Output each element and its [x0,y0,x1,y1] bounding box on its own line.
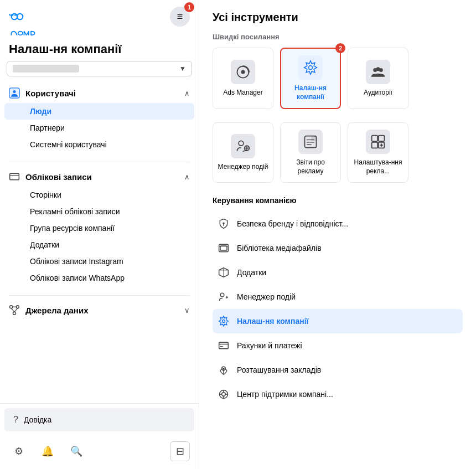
svg-point-19 [376,67,380,71]
svg-rect-46 [219,343,229,349]
ads-manager-label: Ads Manager [223,89,262,97]
billing-label: Рахунки й платежі [237,341,302,350]
nav-section-accounts: Облікові записи ∧ Сторінки Рекламні облі… [0,167,199,291]
svg-line-13 [14,308,18,312]
accounts-section-header[interactable]: Облікові записи ∧ [0,167,199,187]
cube-icon [217,266,230,279]
gear-blue-icon [217,315,230,328]
data-sources-title-wrap: Джерела даних [9,305,89,316]
step2-badge: 2 [335,43,345,53]
settings-button[interactable]: ⚙ [9,441,29,461]
quick-link-audiences[interactable]: Аудиторії [348,48,408,109]
mgmt-item-support[interactable]: Центр підтримки компані... [213,382,463,406]
svg-text:Meta: Meta [9,13,17,17]
mgmt-item-billing[interactable]: Рахунки й платежі [213,333,463,358]
help-label: Довідка [24,415,51,424]
meta-logo-svg: Meta [9,11,31,22]
svg-rect-31 [372,142,378,148]
accounts-section-title: Облікові записи [25,172,92,182]
svg-point-15 [241,70,245,74]
users-section-header[interactable]: Користувачі ∧ [0,83,199,103]
brand-safety-label: Безпека бренду і відповідніст... [237,219,348,228]
sidebar-item-resource-group[interactable]: Група ресурсів компанії [4,220,194,236]
ad-reports-label: Звіти про рекламу [285,158,336,176]
page-title: Усі інструменти [213,11,463,24]
svg-point-16 [309,66,313,70]
accounts-section-icon [9,171,20,182]
quick-link-ads-manager[interactable]: Ads Manager [213,48,273,109]
sidebar-item-addons[interactable]: Додатки [4,236,194,253]
hamburger-icon: ≡ [177,11,183,23]
events-manager-icon [231,134,255,158]
bottom-icons-left: ⚙ 🔔 🔍 [9,441,86,461]
media-library-icon [217,241,230,255]
sidebar-item-pages[interactable]: Сторінки [4,187,194,203]
sidebar-item-system-users[interactable]: Системні користувачі [4,136,194,153]
svg-point-5 [13,90,16,93]
events-icon [217,290,230,303]
accounts-icon [9,171,20,182]
sidebar-header: Meta ≡ 1 [0,0,199,27]
ads-manager-icon [231,60,255,84]
search-button[interactable]: 🔍 [66,441,86,461]
quick-links-grid-row2: Менеджер подій Звіти про рекламу [213,122,463,183]
sidebar: Meta ≡ 1 Налаш-ня компанії ▼ [0,0,199,469]
divider-1 [9,162,190,162]
data-sources-svg [9,305,20,316]
svg-point-8 [10,306,13,308]
svg-rect-29 [372,136,378,142]
sidebar-item-whatsapp[interactable]: Облікові записи WhatsApp [4,270,194,286]
management-section-label: Керування компанією [213,196,463,205]
mgmt-item-events-manager[interactable]: Менеджер подій [213,285,463,309]
svg-point-3 [18,32,23,35]
data-sources-section-header[interactable]: Джерела даних ∨ [0,300,199,320]
bell-icon: 🔔 [42,445,54,457]
mgmt-item-media-library[interactable]: Бібліотека медіафайлів [213,236,463,260]
svg-point-10 [13,312,16,315]
help-item[interactable]: ? Довідка [4,408,194,431]
nav-section-users: Користувачі ∧ Люди Партнери Системні кор… [0,83,199,157]
ad-reports-icon [298,130,323,154]
quick-link-company-settings[interactable]: Налаш-ня компанії [280,48,341,109]
quick-link-ad-settings[interactable]: Налаштува-ння рекла... [348,122,408,183]
company-settings-label: Налаш-ня компанії [286,84,335,101]
sidebar-item-partners[interactable]: Партнери [4,120,194,136]
data-sources-icon [9,305,20,316]
accounts-title-wrap: Облікові записи [9,171,92,182]
data-sources-section-title: Джерела даних [25,306,89,315]
main-content: Усі інструменти Швидкі посилання Ads Man… [199,0,476,469]
bottom-icons: ⚙ 🔔 🔍 ⊟ [0,436,199,469]
mgmt-item-addons[interactable]: Додатки [213,260,463,285]
mgmt-item-company-settings[interactable]: Налаш-ня компанії [213,309,463,333]
quick-link-ad-reports[interactable]: Звіти про рекламу [280,122,341,183]
svg-point-51 [222,393,226,396]
sidebar-item-ad-accounts[interactable]: Рекламні облікові записи [4,203,194,220]
mgmt-item-brand-safety[interactable]: Безпека бренду і відповідніст... [213,212,463,236]
meta-logo: Meta [9,11,31,22]
nav-section-data-sources: Джерела даних ∨ [0,300,199,324]
svg-rect-30 [379,136,385,142]
ad-settings-label: Налаштува-ння рекла... [353,158,403,176]
svg-point-45 [223,320,225,323]
company-title: Налаш-ня компанії [0,39,199,61]
company-selector-name [13,65,79,73]
mgmt-item-locations[interactable]: Розташування закладів [213,358,463,382]
company-selector[interactable]: ▼ [7,61,192,76]
hamburger-button[interactable]: ≡ 1 [170,7,190,27]
sidebar-item-instagram[interactable]: Облікові записи Instagram [4,253,194,270]
quick-link-events-manager[interactable]: Менеджер подій [213,122,273,183]
users-section-title: Користувачі [25,89,76,98]
shield-icon [217,217,230,230]
meta-wordmark [9,28,37,39]
audiences-icon [366,60,390,84]
collapse-sidebar-button[interactable]: ⊟ [170,441,190,461]
users-icon [9,87,20,99]
notifications-button[interactable]: 🔔 [38,441,58,461]
support-label: Центр підтримки компані... [237,390,333,399]
addons-label: Додатки [237,268,266,277]
company-settings-icon [298,55,323,80]
sidebar-item-people[interactable]: Люди [4,103,194,120]
svg-rect-6 [10,174,19,181]
step1-badge: 1 [184,2,194,12]
billing-icon [217,339,230,352]
